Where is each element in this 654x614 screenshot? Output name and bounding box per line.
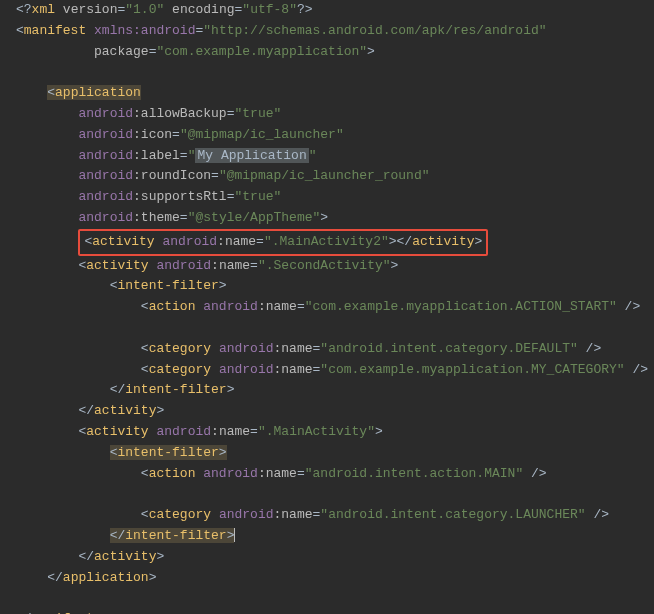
code-line: android:allowBackup="true" [16, 104, 646, 125]
code-line: <category android:name="com.example.myap… [16, 360, 646, 381]
code-line: </activity> [16, 547, 646, 568]
code-line: android:supportsRtl="true" [16, 187, 646, 208]
activity-name-3: .MainActivity [266, 424, 367, 439]
code-line: <action android:name="com.example.myappl… [16, 297, 646, 318]
code-line: <intent-filter> [16, 276, 646, 297]
roundicon-attr: roundIcon [141, 168, 211, 183]
code-line [16, 62, 646, 83]
icon-attr: icon [141, 127, 172, 142]
code-line: <?xml version="1.0" encoding="utf-8"?> [16, 0, 646, 21]
category-val: com.example.myapplication.MY_CATEGORY [328, 362, 617, 377]
xmlns-url: http://schemas.android.com/apk/res/andro… [211, 23, 539, 38]
label-val: My Application [195, 148, 308, 163]
code-line: <activity android:name=".MainActivity"> [16, 422, 646, 443]
code-line: <action android:name="android.intent.act… [16, 464, 646, 485]
code-line: <category android:name="android.intent.c… [16, 339, 646, 360]
code-line: android:theme="@style/AppTheme"> [16, 208, 646, 229]
xml-version: 1.0 [133, 2, 156, 17]
code-line: <intent-filter> [16, 443, 646, 464]
application-tag: application [55, 85, 141, 100]
code-line-highlighted: <activity android:name=".MainActivity2">… [16, 229, 646, 256]
activity-name-2: .SecondActivity [266, 258, 383, 273]
code-line: </activity> [16, 401, 646, 422]
code-line: android:roundIcon="@mipmap/ic_launcher_r… [16, 166, 646, 187]
code-line [16, 588, 646, 609]
code-line: <category android:name="android.intent.c… [16, 505, 646, 526]
code-line: </intent-filter> [16, 526, 646, 547]
code-line [16, 484, 646, 505]
manifest-tag: manifest [24, 23, 86, 38]
label-attr: label [141, 148, 180, 163]
code-editor[interactable]: <?xml version="1.0" encoding="utf-8"?> <… [0, 0, 654, 614]
package-val: com.example.myapplication [164, 44, 359, 59]
code-line: package="com.example.myapplication"> [16, 42, 646, 63]
action-val: android.intent.action.MAIN [313, 466, 516, 481]
category-val: android.intent.category.LAUNCHER [328, 507, 578, 522]
text-cursor [234, 528, 235, 542]
code-line [16, 318, 646, 339]
action-val: com.example.myapplication.ACTION_START [313, 299, 609, 314]
activity-name-1: .MainActivity2 [272, 234, 381, 249]
code-line: </manifest> [16, 609, 646, 614]
code-line: </intent-filter> [16, 380, 646, 401]
code-line: <activity android:name=".SecondActivity"… [16, 256, 646, 277]
xmlns-attr: xmlns:android [94, 23, 195, 38]
theme-attr: theme [141, 210, 180, 225]
code-line: android:icon="@mipmap/ic_launcher" [16, 125, 646, 146]
category-val: android.intent.category.DEFAULT [328, 341, 570, 356]
xml-encoding: utf-8 [250, 2, 289, 17]
code-line: <application [16, 83, 646, 104]
allowbackup-attr: allowBackup [141, 106, 227, 121]
code-line: <manifest xmlns:android="http://schemas.… [16, 21, 646, 42]
package-attr: package [94, 44, 149, 59]
code-line: </application> [16, 568, 646, 589]
supportsrtl-attr: supportsRtl [141, 189, 227, 204]
code-line: android:label="My Application" [16, 146, 646, 167]
